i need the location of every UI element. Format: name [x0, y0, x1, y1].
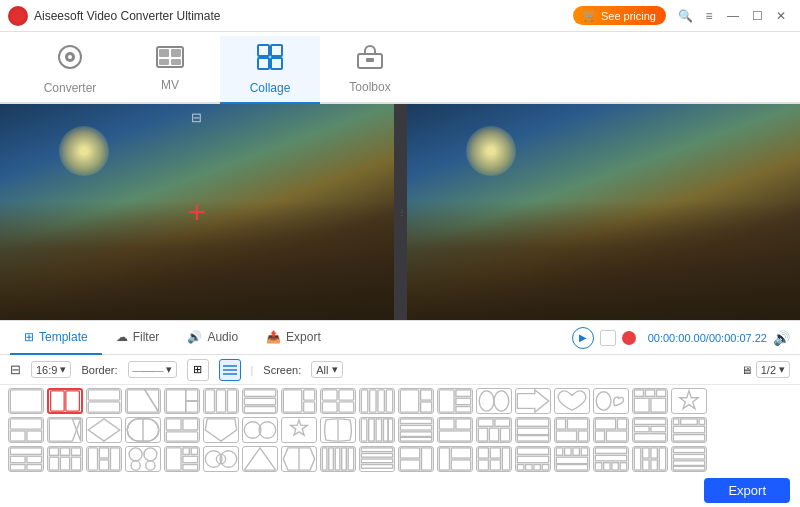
tab-toolbox[interactable]: Toolbox — [320, 36, 420, 104]
template-four-quad[interactable] — [320, 388, 356, 414]
tmpl-r2-3[interactable] — [86, 417, 122, 443]
tab-mv[interactable]: MV — [120, 36, 220, 104]
svg-rect-159 — [573, 448, 579, 455]
template-two-horizontal[interactable] — [86, 388, 122, 414]
tmpl-r2-10[interactable] — [359, 417, 395, 443]
tmpl-r3-17[interactable] — [632, 446, 668, 472]
tmpl-r3-18[interactable] — [671, 446, 707, 472]
svg-rect-50 — [645, 390, 654, 396]
stripe-icon-button[interactable] — [219, 359, 241, 381]
tmpl-r2-1[interactable] — [8, 417, 44, 443]
tmpl-r2-18[interactable] — [671, 417, 707, 443]
svg-rect-132 — [329, 448, 334, 470]
template-heart-circle[interactable] — [593, 388, 629, 414]
svg-rect-121 — [166, 448, 181, 470]
volume-button[interactable]: 🔊 — [773, 330, 790, 346]
tab-converter[interactable]: Converter — [20, 36, 120, 104]
svg-rect-34 — [339, 402, 354, 412]
template-five-grid[interactable] — [632, 388, 668, 414]
svg-rect-20 — [88, 390, 119, 400]
maximize-button[interactable]: ☐ — [746, 5, 768, 27]
tmpl-r2-12[interactable] — [437, 417, 473, 443]
tmpl-r2-14[interactable] — [515, 417, 551, 443]
tmpl-r2-4[interactable] — [125, 417, 161, 443]
template-two-three[interactable] — [437, 388, 473, 414]
tmpl-r3-3[interactable] — [86, 446, 122, 472]
tab-export[interactable]: 📤 Export — [252, 321, 335, 355]
video-right[interactable] — [407, 104, 801, 320]
tmpl-r2-9[interactable] — [320, 417, 356, 443]
template-icon: ⊞ — [24, 330, 34, 344]
tmpl-r3-16[interactable] — [593, 446, 629, 472]
tab-audio[interactable]: 🔊 Audio — [173, 321, 252, 355]
svg-rect-102 — [10, 448, 41, 454]
template-two-vertical[interactable] — [47, 388, 83, 414]
tmpl-r3-5[interactable] — [164, 446, 200, 472]
template-l-split[interactable] — [281, 388, 317, 414]
tmpl-r3-11[interactable] — [398, 446, 434, 472]
tmpl-r3-8[interactable] — [281, 446, 317, 472]
tmpl-r3-13[interactable] — [476, 446, 512, 472]
menu-button[interactable]: ≡ — [698, 5, 720, 27]
tmpl-r2-13[interactable] — [476, 417, 512, 443]
template-heart[interactable] — [554, 388, 590, 414]
split-divider[interactable]: ⋮ — [397, 104, 407, 320]
svg-rect-163 — [595, 448, 626, 454]
template-circle-two[interactable] — [476, 388, 512, 414]
minimize-button[interactable]: — — [722, 5, 744, 27]
template-three-h[interactable] — [242, 388, 278, 414]
template-diagonal[interactable] — [125, 388, 161, 414]
tmpl-r3-10[interactable] — [359, 446, 395, 472]
svg-rect-32 — [339, 390, 354, 400]
play-button[interactable]: ▶ — [572, 327, 594, 349]
tmpl-r3-6[interactable] — [203, 446, 239, 472]
template-arrow-right[interactable] — [515, 388, 551, 414]
template-wide-left-two-right[interactable] — [398, 388, 434, 414]
tmpl-r3-4[interactable] — [125, 446, 161, 472]
tmpl-r2-17[interactable] — [632, 417, 668, 443]
tmpl-r3-2[interactable] — [47, 446, 83, 472]
template-single[interactable] — [8, 388, 44, 414]
tmpl-r3-9[interactable] — [320, 446, 356, 472]
template-star[interactable] — [671, 388, 707, 414]
see-pricing-button[interactable]: 🛒 See pricing — [573, 6, 666, 25]
tmpl-r2-2[interactable] — [47, 417, 83, 443]
aspect-ratio-dropdown[interactable]: 16:9 ▾ — [31, 361, 71, 378]
svg-rect-25 — [244, 390, 275, 396]
tab-filter[interactable]: ☁ Filter — [102, 321, 174, 355]
tab-collage[interactable]: Collage — [220, 36, 320, 104]
tmpl-r3-12[interactable] — [437, 446, 473, 472]
svg-rect-115 — [99, 460, 108, 470]
template-t-shape[interactable] — [164, 388, 200, 414]
svg-rect-87 — [556, 431, 576, 441]
tmpl-r3-15[interactable] — [554, 446, 590, 472]
svg-rect-91 — [595, 431, 604, 441]
template-row-1 — [8, 388, 792, 414]
tmpl-r2-7[interactable] — [242, 417, 278, 443]
toolbox-icon — [356, 44, 384, 76]
tmpl-r2-8[interactable] — [281, 417, 317, 443]
template-four-vert[interactable] — [359, 388, 395, 414]
tmpl-r2-11[interactable] — [398, 417, 434, 443]
stop-button[interactable] — [600, 330, 616, 346]
close-button[interactable]: ✕ — [770, 5, 792, 27]
screen-size-dropdown[interactable]: 1/2 ▾ — [756, 361, 790, 378]
svg-rect-146 — [478, 448, 488, 458]
tmpl-r3-7[interactable] — [242, 446, 278, 472]
screen-dropdown[interactable]: All ▾ — [311, 361, 342, 378]
template-three-vertical[interactable] — [203, 388, 239, 414]
tmpl-r2-6[interactable] — [203, 417, 239, 443]
tab-template[interactable]: ⊞ Template — [10, 321, 102, 355]
border-dropdown[interactable]: ——— ▾ — [128, 361, 177, 378]
tmpl-r3-1[interactable] — [8, 446, 44, 472]
tmpl-r2-16[interactable] — [593, 417, 629, 443]
svg-marker-129 — [244, 448, 275, 470]
tmpl-r2-15[interactable] — [554, 417, 590, 443]
search-button[interactable]: 🔍 — [674, 5, 696, 27]
grid-icon-button[interactable]: ⊞ — [187, 359, 209, 381]
svg-rect-72 — [400, 432, 431, 437]
tmpl-r2-5[interactable] — [164, 417, 200, 443]
export-button[interactable]: Export — [704, 478, 790, 503]
video-left[interactable]: ⊟ + — [0, 104, 397, 320]
tmpl-r3-14[interactable] — [515, 446, 551, 472]
